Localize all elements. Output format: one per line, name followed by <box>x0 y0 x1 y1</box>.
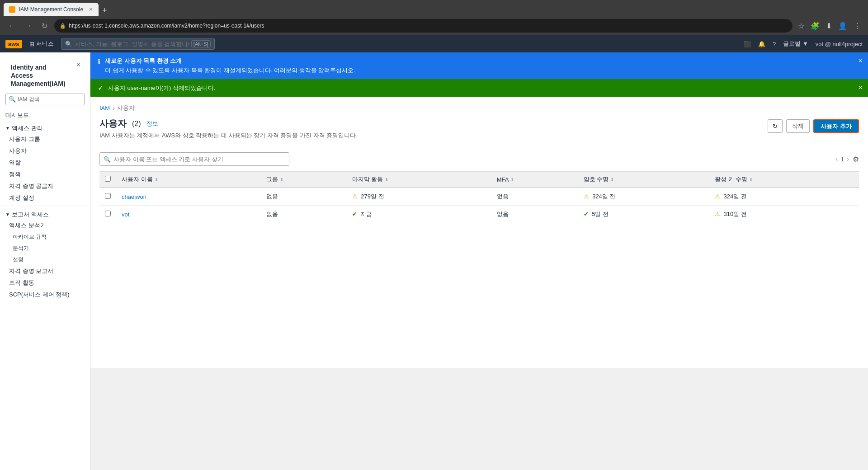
sidebar-item-archive-rules[interactable]: 아카이브 규칙 <box>0 231 90 243</box>
info-icon: ℹ <box>98 57 100 66</box>
profile-icon[interactable]: 👤 <box>836 20 849 32</box>
sidebar-item-scp[interactable]: SCP(서비스 제어 정책) <box>0 289 90 301</box>
download-icon[interactable]: ⬇ <box>824 20 834 32</box>
table-search[interactable]: 🔍 <box>99 152 289 166</box>
row2-active-keys-warning-icon: ⚠ <box>715 211 720 217</box>
sidebar-section-report-access[interactable]: ▼ 보고서 액세스 <box>0 208 90 220</box>
refresh-button[interactable]: ↻ <box>768 119 783 133</box>
col-active-keys: 활성 키 수명 ⬍ <box>709 172 859 188</box>
sidebar-item-policies[interactable]: 정책 <box>0 169 90 180</box>
sidebar-item-cert-providers[interactable]: 자격 증명 공급자 <box>0 180 90 192</box>
notifications-icon[interactable]: 🔔 <box>758 41 765 47</box>
sort-icon-mfa[interactable]: ⬍ <box>510 177 514 182</box>
row1-checkbox-cell <box>99 188 116 206</box>
tab-close-button[interactable]: ✕ <box>89 6 93 13</box>
select-all-checkbox[interactable] <box>105 176 111 182</box>
row1-username-cell: chaejwon <box>116 188 261 206</box>
row2-checkbox[interactable] <box>105 211 111 216</box>
table-search-input[interactable] <box>113 156 285 163</box>
page-header: 사용자 (2) 정보 <box>99 118 358 130</box>
row1-active-keys: 324일 전 <box>724 193 747 200</box>
table-body: chaejwon 없음 ⚠ 279일 전 없음 <box>99 188 859 223</box>
row1-last-activity-warning-icon: ⚠ <box>352 193 358 200</box>
cloudshell-icon[interactable]: ⬛ <box>744 41 751 47</box>
sidebar-item-access-analyzer[interactable]: 액세스 분석기 <box>0 220 90 231</box>
row1-password-age: 324일 전 <box>592 193 615 200</box>
tab-favicon <box>9 6 15 13</box>
aws-topnav: aws ⊞ 서비스 🔍 [Alt+S] ⬛ 🔔 ? 글로벌 ▼ vot @ nu… <box>0 35 868 52</box>
sort-icon-last-activity[interactable]: ⬍ <box>385 177 388 182</box>
extensions-icon[interactable]: 🧩 <box>809 20 821 32</box>
sort-icon-group[interactable]: ⬍ <box>280 177 283 182</box>
row2-password-age-success-icon: ✔ <box>584 211 589 217</box>
aws-logo[interactable]: aws <box>5 40 22 48</box>
sidebar-item-roles[interactable]: 역할 <box>0 157 90 169</box>
info-banner-desc: 더 쉽게 사용할 수 있도록 사용자 목록 환경이 재설계되었습니다. <box>105 67 273 74</box>
next-page-button[interactable]: › <box>847 155 849 163</box>
user-account[interactable]: vot @ null4project <box>816 41 863 47</box>
bookmark-icon[interactable]: ☆ <box>796 20 806 32</box>
new-tab-button[interactable]: + <box>99 6 111 15</box>
sidebar-search-input[interactable] <box>18 96 81 103</box>
info-link[interactable]: 정보 <box>146 120 158 128</box>
row2-password-age: 5일 전 <box>592 211 609 217</box>
success-banner: ✓ 사용자 user-name이(가) 삭제되었습니다. × <box>90 79 868 97</box>
aws-search-input[interactable] <box>75 41 189 47</box>
sidebar-search-icon: 🔍 <box>9 96 16 103</box>
col-username-label: 사용자 이름 <box>122 175 153 183</box>
sidebar-close-button[interactable]: ✕ <box>72 60 85 70</box>
row2-last-activity-success-icon: ✔ <box>352 211 357 217</box>
menu-icon[interactable]: ⋮ <box>852 20 863 32</box>
col-username: 사용자 이름 ⬍ <box>116 172 261 188</box>
browser-tab-iam[interactable]: IAM Management Console ✕ <box>4 3 99 16</box>
sidebar-item-settings2[interactable]: 설정 <box>0 254 90 265</box>
back-button[interactable]: ← <box>5 19 18 32</box>
breadcrumb-current: 사용자 <box>117 104 135 112</box>
sidebar-item-org-activity[interactable]: 조직 활동 <box>0 277 90 289</box>
sort-icon-username[interactable]: ⬍ <box>155 177 158 182</box>
section-label-2: 보고서 액세스 <box>12 211 49 219</box>
success-banner-close-button[interactable]: × <box>859 84 863 92</box>
prev-page-button[interactable]: ‹ <box>835 155 838 163</box>
col-active-keys-label: 활성 키 수명 <box>715 175 747 183</box>
sidebar-item-dashboard[interactable]: 대시보드 <box>0 109 90 122</box>
delete-button[interactable]: 삭제 <box>786 119 810 133</box>
row2-mfa: 없음 <box>497 211 509 217</box>
reload-button[interactable]: ↻ <box>38 19 51 32</box>
sidebar-item-users[interactable]: 사용자 <box>0 145 90 157</box>
row1-active-keys-cell: ⚠ 324일 전 <box>709 188 859 206</box>
row2-group: 없음 <box>266 211 278 217</box>
row1-username-link[interactable]: chaejwon <box>122 193 146 200</box>
row1-checkbox[interactable] <box>105 193 111 199</box>
sidebar-item-credential-report[interactable]: 자격 증명 보고서 <box>0 265 90 277</box>
page-content: IAM › 사용자 사용자 (2) 정보 IAM 사용자는 계정에서 AWS와 … <box>90 97 868 368</box>
forward-button[interactable]: → <box>22 19 34 32</box>
sidebar-item-account-settings[interactable]: 계정 설정 <box>0 192 90 204</box>
aws-search-bar[interactable]: 🔍 [Alt+S] <box>61 38 215 50</box>
aws-nav-right: ⬛ 🔔 ? 글로벌 ▼ vot @ null4project <box>744 40 863 48</box>
address-bar[interactable]: 🔒 https://us-east-1.console.aws.amazon.c… <box>54 19 793 33</box>
content-area: ℹ 새로운 사용자 목록 환경 소개 더 쉽게 사용할 수 있도록 사용자 목록… <box>90 52 868 470</box>
sort-icon-password-age[interactable]: ⬍ <box>610 177 614 182</box>
breadcrumb-iam[interactable]: IAM <box>99 105 110 112</box>
info-banner-link[interactable]: 여러분의 생각을 알려주십시오. <box>274 67 355 74</box>
row2-username-link[interactable]: vot <box>122 211 129 218</box>
region-selector[interactable]: 글로벌 ▼ <box>783 40 808 48</box>
pagination: ‹ 1 › <box>835 155 849 163</box>
sidebar-section-access-management[interactable]: ▼ 액세스 관리 <box>0 122 90 133</box>
tab-bar: IAM Management Console ✕ + <box>0 0 868 16</box>
users-table: 사용자 이름 ⬍ 그룹 ⬍ <box>99 171 859 223</box>
sort-icon-active-keys[interactable]: ⬍ <box>749 177 753 182</box>
table-settings-button[interactable]: ⚙ <box>853 155 859 164</box>
services-button[interactable]: ⊞ 서비스 <box>29 40 54 48</box>
row2-checkbox-cell <box>99 206 116 223</box>
info-banner-close-button[interactable]: × <box>859 57 863 65</box>
refresh-icon: ↻ <box>773 123 778 130</box>
sidebar-item-user-groups[interactable]: 사용자 그룹 <box>0 133 90 145</box>
sidebar-search[interactable]: 🔍 <box>5 94 85 105</box>
sidebar-item-analyzer[interactable]: 분석기 <box>0 243 90 254</box>
support-icon[interactable]: ? <box>773 41 776 47</box>
services-label: 서비스 <box>36 40 54 48</box>
chevron-down-icon: ▼ <box>5 126 10 131</box>
add-user-button[interactable]: 사용자 추가 <box>813 119 859 133</box>
